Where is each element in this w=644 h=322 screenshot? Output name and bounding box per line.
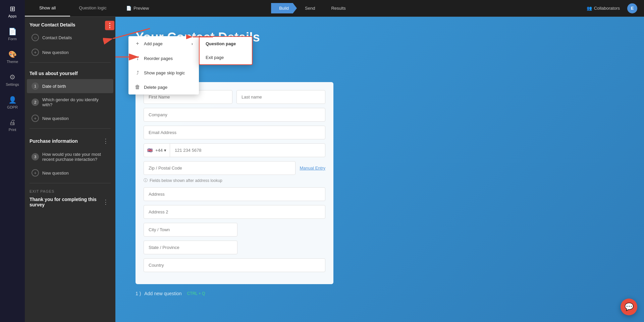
exit-page-dots-button[interactable]: ⋮ [101,198,111,206]
purchase-section-dots-button[interactable]: ⋮ [101,137,111,145]
circle-icon: ○ [32,34,39,41]
sidebar-item-new-question-2[interactable]: + New question [27,111,113,125]
address1-row [144,187,325,201]
section-exit-pages: Thank you for completing this survey ⋮ [25,195,115,210]
section-title-3: Purchase information [30,138,78,144]
thank-you-label: Thank you for completing this survey [30,197,101,207]
sidebar-item-gdpr[interactable]: 👤 GDPR [0,91,25,114]
divider-3 [30,183,111,183]
collaborators-button[interactable]: 👥 Collaborators [583,4,623,13]
form-card: 🇬🇧 +44 ▾ Manual Entry ⓘ Fields below sho… [136,82,333,284]
sidebar-item-print[interactable]: 🖨 Print [0,114,25,136]
dropdown-item-reorder-pages[interactable]: ↕ Reorder pages [128,51,199,66]
company-input[interactable] [144,108,325,122]
chat-bubble-button[interactable]: 💬 [621,299,637,315]
sidebar: Show all Question logic Your Contact Det… [25,0,115,322]
skip-logic-icon: ⤴ [135,70,141,75]
num-badge-1: 1 [32,82,39,90]
top-bar-right: 👥 Collaborators E [583,3,637,13]
address2-row [144,205,325,219]
divider-1 [30,62,111,63]
dropdown-item-add-page[interactable]: + Add page › [128,36,199,51]
zip-row: Manual Entry [144,161,325,175]
phone-row: 🇬🇧 +44 ▾ [144,143,325,157]
settings-label: Settings [6,82,19,86]
add-new-question-link: Add new question [144,291,181,296]
preview-button[interactable]: 📄 Preview [122,4,153,13]
icon-bar: ⊞ Apps 📄 Form 🎨 Theme ⚙ Settings 👤 GDPR … [0,0,25,322]
sidebar-item-contact-details[interactable]: ○ Contact Details [27,30,113,45]
submenu-add-page: Question page Exit page [199,36,253,65]
sidebar-item-gender[interactable]: 2 Which gender do you identify with? [27,94,113,111]
submenu-item-question-page[interactable]: Question page [200,37,252,51]
sidebar-item-new-question-1[interactable]: + New question [27,45,113,59]
form-icon: 📄 [8,27,17,36]
preview-icon: 📄 [126,6,131,11]
zip-input[interactable] [144,161,296,175]
form-label: Form [8,37,17,41]
add-question-bar: 1 ) Add new question CTRL + Q [136,291,624,296]
dropdown-item-show-skip-logic[interactable]: ⤴ Show page skip logic [128,66,199,80]
add-icon-2: + [32,115,39,122]
chevron-right-icon: › [192,41,193,46]
tab-question-logic[interactable]: Question logic [70,0,115,16]
user-avatar[interactable]: E [627,3,637,13]
state-input[interactable] [144,241,237,254]
country-input[interactable] [144,258,325,272]
theme-label: Theme [7,60,18,64]
apps-icon: ⊞ [10,5,15,13]
sidebar-item-purchase-rating[interactable]: 3 How would you rate your most recent pu… [27,148,113,165]
info-icon: ⓘ [144,178,148,183]
step-build[interactable]: Build [271,3,297,13]
step-send[interactable]: Send [297,3,323,13]
section-tell-us: Tell us about yourself [25,65,115,79]
num-badge-2: 2 [32,99,39,106]
add-icon-3: + [32,169,39,177]
gdpr-icon: 👤 [8,96,17,104]
dropdown-item-delete-page[interactable]: 🗑 Delete page [128,80,199,94]
section-title: Your Contact Details [30,22,75,27]
tab-show-all[interactable]: Show all [25,0,70,16]
city-row [144,223,325,237]
delete-icon: 🗑 [135,84,141,90]
sidebar-item-theme[interactable]: 🎨 Theme [0,46,25,68]
print-icon: 🖨 [9,119,16,126]
shortcut-key: CTRL + Q [187,291,205,296]
top-bar: 📄 Preview Build Send Results 👥 Collabora… [115,0,644,17]
form-section-title: Contact Details [136,69,624,76]
theme-icon: 🎨 [8,50,17,58]
email-input[interactable] [144,126,325,139]
settings-icon: ⚙ [9,73,15,81]
dropdown-menu: + Add page › ↕ Reorder pages ⤴ Show page… [128,36,199,94]
apps-label: Apps [8,14,16,18]
sidebar-tabs: Show all Question logic [25,0,115,17]
sidebar-item-settings[interactable]: ⚙ Settings [0,68,25,91]
city-input[interactable] [144,223,237,237]
company-row [144,108,325,122]
country-row [144,258,325,272]
address-lookup-note: ⓘ Fields below shown after address looku… [144,178,325,183]
step-results[interactable]: Results [323,3,354,13]
section-title-2: Tell us about yourself [30,71,78,76]
phone-input[interactable] [170,144,325,157]
print-label: Print [9,128,16,132]
sidebar-item-apps[interactable]: ⊞ Apps [0,0,25,23]
chat-icon: 💬 [625,303,634,311]
manual-entry-link[interactable]: Manual Entry [300,166,325,171]
steps-nav: Build Send Results [271,3,354,13]
reorder-icon: ↕ [135,55,141,61]
gdpr-label: GDPR [7,105,18,109]
divider-2 [30,128,111,129]
section-your-contact-details: Your Contact Details [25,17,115,30]
phone-prefix[interactable]: 🇬🇧 +44 ▾ [144,144,170,157]
collaborators-icon: 👥 [587,6,592,11]
page-section-dots-button[interactable]: ⋮ [105,21,114,30]
address1-input[interactable] [144,187,325,201]
exit-pages-label: EXIT PAGES [25,186,115,195]
address2-input[interactable] [144,205,325,219]
sidebar-item-date-of-birth[interactable]: 1 Date of birth [27,79,113,93]
submenu-item-exit-page[interactable]: Exit page [200,51,252,64]
sidebar-item-new-question-3[interactable]: + New question [27,166,113,180]
sidebar-item-form[interactable]: 📄 Form [0,23,25,46]
last-name-input[interactable] [236,90,325,104]
